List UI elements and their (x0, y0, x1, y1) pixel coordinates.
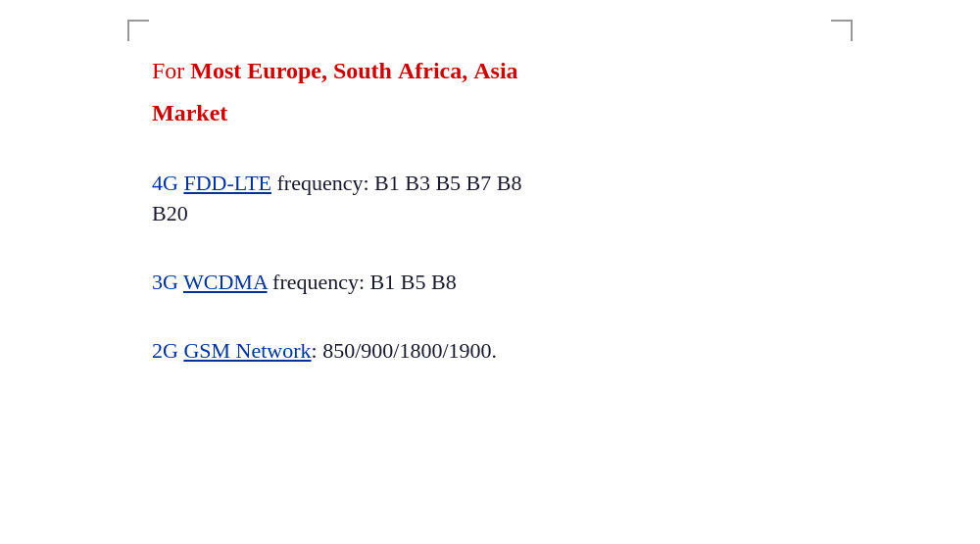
4g-frequencies: frequency: B1 B3 B5 B7 B8 (271, 171, 521, 195)
fdd-lte-link[interactable]: FDD-LTE (183, 171, 271, 195)
section-2g: 2G GSM Network: 850/900/1800/1900. (152, 335, 828, 367)
page-container: For Most Europe, South Africa, Asia Mark… (0, 0, 980, 544)
4g-label: 4G (152, 171, 183, 195)
heading-market-text: Market (152, 100, 227, 125)
section-4g-text: 4G FDD-LTE frequency: B1 B3 B5 B7 B8 (152, 168, 828, 199)
3g-label: 3G (152, 270, 183, 294)
heading-asia: Asia (473, 58, 517, 83)
3g-frequencies: frequency: B1 B5 B8 (268, 270, 457, 294)
corner-bracket-top-left (127, 20, 149, 41)
section-3g-text: 3G WCDMA frequency: B1 B5 B8 (152, 267, 828, 298)
section-3g: 3G WCDMA frequency: B1 B5 B8 (152, 267, 828, 298)
wcdma-link[interactable]: WCDMA (183, 270, 268, 294)
gsm-network-link[interactable]: GSM Network (183, 338, 311, 363)
2g-frequencies: : 850/900/1800/1900. (312, 338, 497, 363)
heading-africa: Africa, (398, 58, 467, 83)
heading-south: South (333, 58, 392, 83)
section-4g-b20: B20 (152, 198, 828, 229)
heading-europe: Europe, (247, 58, 327, 83)
heading-text: For Most Europe, South Africa, Asia (152, 54, 828, 88)
heading-for: For (152, 58, 190, 83)
section-4g: 4G FDD-LTE frequency: B1 B3 B5 B7 B8 B20 (152, 168, 828, 230)
heading-market: Market (152, 96, 828, 130)
4g-b20: B20 (152, 201, 188, 225)
2g-label: 2G (152, 338, 183, 363)
corner-bracket-top-right (831, 20, 853, 41)
section-2g-text: 2G GSM Network: 850/900/1800/1900. (152, 335, 828, 367)
heading-most: Most (190, 58, 241, 83)
content-area: For Most Europe, South Africa, Asia Mark… (152, 54, 828, 367)
